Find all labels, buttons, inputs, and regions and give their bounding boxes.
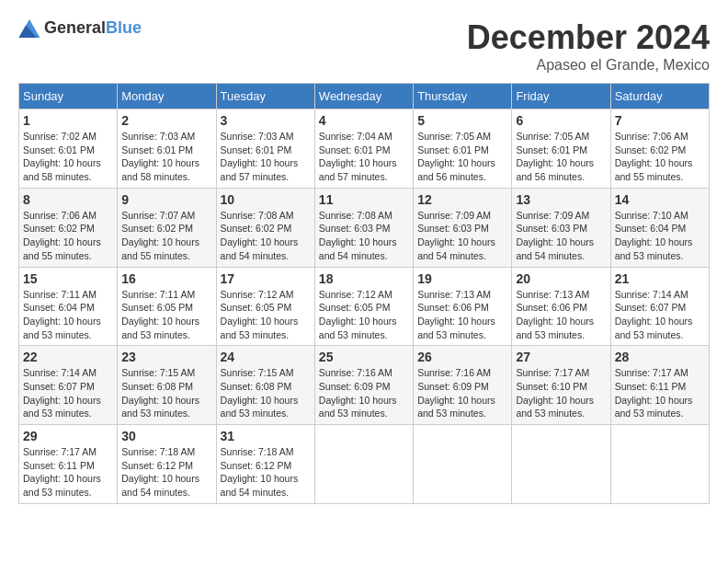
day-number: 17 — [221, 271, 311, 286]
day-info: Sunrise: 7:10 AM Sunset: 6:04 PM Dayligh… — [615, 209, 705, 263]
calendar-cell: 1Sunrise: 7:02 AM Sunset: 6:01 PM Daylig… — [19, 109, 118, 189]
calendar-cell: 13Sunrise: 7:09 AM Sunset: 6:03 PM Dayli… — [512, 188, 610, 267]
day-number: 18 — [319, 271, 409, 286]
day-number: 19 — [417, 271, 507, 286]
logo: GeneralBlue — [18, 18, 142, 38]
day-info: Sunrise: 7:08 AM Sunset: 6:03 PM Dayligh… — [319, 209, 409, 263]
calendar-week-1: 1Sunrise: 7:02 AM Sunset: 6:01 PM Daylig… — [19, 109, 710, 189]
day-number: 30 — [121, 429, 211, 443]
day-info: Sunrise: 7:18 AM Sunset: 6:12 PM Dayligh… — [121, 445, 211, 500]
day-info: Sunrise: 7:03 AM Sunset: 6:01 PM Dayligh… — [221, 130, 311, 184]
calendar-cell: 6Sunrise: 7:05 AM Sunset: 6:01 PM Daylig… — [512, 109, 610, 189]
day-number: 16 — [121, 271, 211, 286]
day-info: Sunrise: 7:15 AM Sunset: 6:08 PM Dayligh… — [221, 366, 311, 420]
day-number: 22 — [23, 350, 113, 364]
day-number: 7 — [615, 113, 705, 128]
day-number: 9 — [121, 192, 211, 207]
calendar-cell: 9Sunrise: 7:07 AM Sunset: 6:02 PM Daylig… — [118, 188, 216, 267]
day-info: Sunrise: 7:17 AM Sunset: 6:11 PM Dayligh… — [615, 366, 705, 420]
calendar-cell: 17Sunrise: 7:12 AM Sunset: 6:05 PM Dayli… — [216, 267, 314, 346]
calendar-cell: 25Sunrise: 7:16 AM Sunset: 6:09 PM Dayli… — [314, 346, 413, 425]
calendar-cell: 27Sunrise: 7:17 AM Sunset: 6:10 PM Dayli… — [512, 346, 610, 425]
calendar-cell: 18Sunrise: 7:12 AM Sunset: 6:05 PM Dayli… — [314, 267, 413, 346]
day-info: Sunrise: 7:18 AM Sunset: 6:12 PM Dayligh… — [221, 445, 311, 500]
day-number: 13 — [516, 192, 606, 207]
day-number: 21 — [615, 271, 705, 286]
calendar-cell: 3Sunrise: 7:03 AM Sunset: 6:01 PM Daylig… — [216, 109, 314, 189]
calendar-cell: 15Sunrise: 7:11 AM Sunset: 6:04 PM Dayli… — [19, 267, 118, 346]
day-number: 10 — [221, 192, 311, 207]
day-number: 23 — [121, 350, 211, 364]
calendar-cell — [512, 425, 610, 504]
calendar-cell: 8Sunrise: 7:06 AM Sunset: 6:02 PM Daylig… — [19, 188, 118, 267]
day-info: Sunrise: 7:12 AM Sunset: 6:05 PM Dayligh… — [221, 288, 311, 342]
day-info: Sunrise: 7:11 AM Sunset: 6:04 PM Dayligh… — [23, 288, 113, 342]
calendar: SundayMondayTuesdayWednesdayThursdayFrid… — [18, 83, 710, 504]
calendar-week-3: 15Sunrise: 7:11 AM Sunset: 6:04 PM Dayli… — [19, 267, 710, 346]
day-number: 8 — [23, 192, 113, 207]
day-info: Sunrise: 7:17 AM Sunset: 6:11 PM Dayligh… — [23, 445, 113, 500]
calendar-cell: 31Sunrise: 7:18 AM Sunset: 6:12 PM Dayli… — [216, 425, 314, 504]
calendar-week-2: 8Sunrise: 7:06 AM Sunset: 6:02 PM Daylig… — [19, 188, 710, 267]
calendar-cell: 10Sunrise: 7:08 AM Sunset: 6:02 PM Dayli… — [216, 188, 314, 267]
day-info: Sunrise: 7:14 AM Sunset: 6:07 PM Dayligh… — [615, 288, 705, 342]
day-number: 27 — [516, 350, 606, 364]
day-number: 6 — [516, 113, 606, 128]
day-info: Sunrise: 7:08 AM Sunset: 6:02 PM Dayligh… — [221, 209, 311, 263]
day-number: 14 — [615, 192, 705, 207]
calendar-cell — [314, 425, 413, 504]
calendar-cell: 19Sunrise: 7:13 AM Sunset: 6:06 PM Dayli… — [414, 267, 512, 346]
day-number: 1 — [23, 113, 113, 128]
weekday-header-monday: Monday — [118, 84, 216, 109]
location-title: Apaseo el Grande, Mexico — [467, 57, 710, 74]
day-info: Sunrise: 7:03 AM Sunset: 6:01 PM Dayligh… — [121, 130, 211, 184]
header: GeneralBlue December 2024 Apaseo el Gran… — [18, 18, 710, 74]
day-number: 15 — [23, 271, 113, 286]
weekday-header-tuesday: Tuesday — [216, 84, 314, 109]
day-info: Sunrise: 7:13 AM Sunset: 6:06 PM Dayligh… — [417, 288, 507, 342]
calendar-cell: 16Sunrise: 7:11 AM Sunset: 6:05 PM Dayli… — [118, 267, 216, 346]
weekday-header-saturday: Saturday — [610, 84, 709, 109]
calendar-week-5: 29Sunrise: 7:17 AM Sunset: 6:11 PM Dayli… — [19, 425, 710, 504]
weekday-header-friday: Friday — [512, 84, 610, 109]
day-number: 4 — [319, 113, 409, 128]
day-number: 12 — [417, 192, 507, 207]
month-title: December 2024 — [467, 18, 710, 57]
calendar-cell: 12Sunrise: 7:09 AM Sunset: 6:03 PM Dayli… — [414, 188, 512, 267]
day-info: Sunrise: 7:12 AM Sunset: 6:05 PM Dayligh… — [319, 288, 409, 342]
day-info: Sunrise: 7:14 AM Sunset: 6:07 PM Dayligh… — [23, 366, 113, 420]
day-info: Sunrise: 7:09 AM Sunset: 6:03 PM Dayligh… — [417, 209, 507, 263]
title-area: December 2024 Apaseo el Grande, Mexico — [467, 18, 710, 74]
calendar-cell: 14Sunrise: 7:10 AM Sunset: 6:04 PM Dayli… — [610, 188, 709, 267]
weekday-header-thursday: Thursday — [414, 84, 512, 109]
calendar-cell: 2Sunrise: 7:03 AM Sunset: 6:01 PM Daylig… — [118, 109, 216, 189]
calendar-cell: 5Sunrise: 7:05 AM Sunset: 6:01 PM Daylig… — [414, 109, 512, 189]
calendar-cell: 30Sunrise: 7:18 AM Sunset: 6:12 PM Dayli… — [118, 425, 216, 504]
day-number: 29 — [23, 429, 113, 443]
calendar-cell: 4Sunrise: 7:04 AM Sunset: 6:01 PM Daylig… — [314, 109, 413, 189]
day-info: Sunrise: 7:07 AM Sunset: 6:02 PM Dayligh… — [121, 209, 211, 263]
calendar-cell — [610, 425, 709, 504]
day-info: Sunrise: 7:16 AM Sunset: 6:09 PM Dayligh… — [319, 366, 409, 420]
calendar-cell: 7Sunrise: 7:06 AM Sunset: 6:02 PM Daylig… — [610, 109, 709, 189]
calendar-cell: 26Sunrise: 7:16 AM Sunset: 6:09 PM Dayli… — [414, 346, 512, 425]
day-info: Sunrise: 7:06 AM Sunset: 6:02 PM Dayligh… — [23, 209, 113, 263]
calendar-cell: 20Sunrise: 7:13 AM Sunset: 6:06 PM Dayli… — [512, 267, 610, 346]
calendar-cell — [414, 425, 512, 504]
calendar-week-4: 22Sunrise: 7:14 AM Sunset: 6:07 PM Dayli… — [19, 346, 710, 425]
day-info: Sunrise: 7:15 AM Sunset: 6:08 PM Dayligh… — [121, 366, 211, 420]
calendar-cell: 11Sunrise: 7:08 AM Sunset: 6:03 PM Dayli… — [314, 188, 413, 267]
weekday-header-wednesday: Wednesday — [314, 84, 413, 109]
day-info: Sunrise: 7:05 AM Sunset: 6:01 PM Dayligh… — [417, 130, 507, 184]
day-info: Sunrise: 7:02 AM Sunset: 6:01 PM Dayligh… — [23, 130, 113, 184]
calendar-cell: 29Sunrise: 7:17 AM Sunset: 6:11 PM Dayli… — [19, 425, 118, 504]
day-info: Sunrise: 7:05 AM Sunset: 6:01 PM Dayligh… — [516, 130, 606, 184]
calendar-cell: 21Sunrise: 7:14 AM Sunset: 6:07 PM Dayli… — [610, 267, 709, 346]
day-info: Sunrise: 7:13 AM Sunset: 6:06 PM Dayligh… — [516, 288, 606, 342]
day-number: 3 — [221, 113, 311, 128]
day-info: Sunrise: 7:17 AM Sunset: 6:10 PM Dayligh… — [516, 366, 606, 420]
logo-icon — [18, 19, 40, 38]
day-info: Sunrise: 7:16 AM Sunset: 6:09 PM Dayligh… — [417, 366, 507, 420]
day-info: Sunrise: 7:06 AM Sunset: 6:02 PM Dayligh… — [615, 130, 705, 184]
logo-blue: Blue — [106, 18, 142, 37]
